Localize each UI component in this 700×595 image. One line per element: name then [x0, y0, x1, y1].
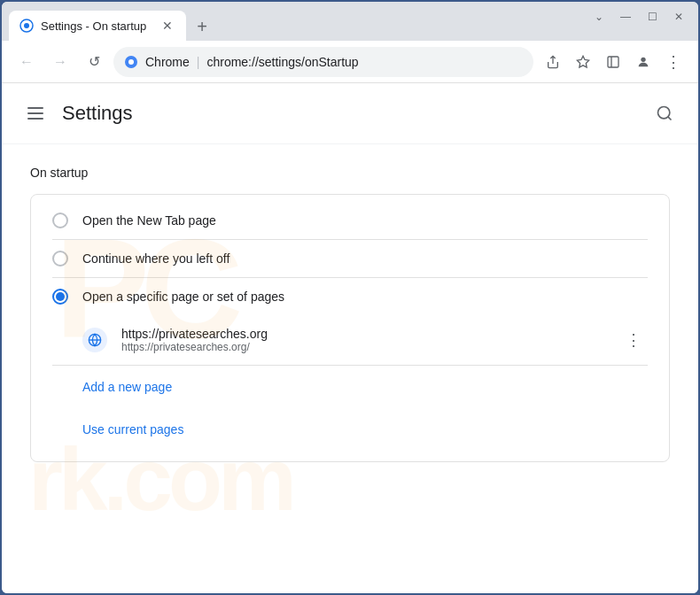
option-specific[interactable]: Open a specific page or set of pages — [31, 278, 669, 315]
toolbar-actions: ⋮ — [539, 48, 688, 76]
dropdown-control[interactable]: ⌄ — [587, 7, 611, 27]
maximize-button[interactable]: ☐ — [640, 7, 665, 27]
option-continue[interactable]: Continue where you left off — [31, 240, 669, 277]
reload-button[interactable]: ↺ — [80, 48, 108, 76]
svg-point-1 — [24, 23, 29, 28]
settings-search-button[interactable] — [649, 97, 681, 129]
address-bar[interactable]: Chrome | chrome://settings/onStartup — [113, 47, 533, 77]
back-button[interactable]: ← — [12, 48, 41, 76]
radio-new-tab[interactable] — [52, 212, 68, 228]
svg-line-8 — [668, 117, 672, 120]
startup-page-info: https://privatesearches.org https://priv… — [121, 327, 605, 353]
address-separator: | — [197, 55, 200, 69]
svg-point-6 — [641, 57, 645, 61]
svg-point-7 — [658, 107, 670, 119]
share-button[interactable] — [539, 48, 567, 76]
settings-title: Settings — [62, 102, 638, 125]
add-new-page-link[interactable]: Add a new page — [31, 369, 193, 405]
sidebar-button[interactable] — [599, 48, 627, 76]
radio-specific[interactable] — [52, 289, 68, 305]
settings-content: On startup Open the New Tab page Continu… — [2, 144, 698, 483]
settings-header: Settings — [2, 83, 698, 144]
option-specific-label: Open a specific page or set of pages — [82, 290, 284, 304]
address-url: chrome://settings/onStartup — [206, 55, 358, 69]
tab-favicon — [19, 19, 34, 33]
startup-page-more-button[interactable]: ⋮ — [619, 326, 648, 354]
use-current-row: Use current pages — [31, 408, 669, 454]
profile-button[interactable] — [629, 48, 657, 76]
site-globe-icon — [82, 328, 107, 352]
bookmark-button[interactable] — [569, 48, 597, 76]
hamburger-menu-button[interactable] — [19, 97, 51, 129]
hamburger-line-2 — [27, 112, 43, 114]
settings-page: Settings On startup Open the New — [2, 83, 698, 483]
tab-close-button[interactable]: ✕ — [159, 18, 175, 34]
more-button[interactable]: ⋮ — [659, 48, 688, 76]
forward-button[interactable]: → — [46, 48, 74, 76]
browser-toolbar: ← → ↺ Chrome | chrome://settings/onStart… — [2, 41, 698, 83]
option-new-tab[interactable]: Open the New Tab page — [31, 202, 669, 239]
startup-page-url-sub: https://privatesearches.org/ — [121, 341, 605, 353]
radio-continue[interactable] — [52, 251, 68, 267]
new-tab-button[interactable]: + — [190, 14, 214, 39]
startup-page-entry: https://privatesearches.org https://priv… — [31, 315, 669, 365]
hamburger-line-1 — [27, 107, 43, 109]
active-tab[interactable]: Settings - On startup ✕ — [9, 11, 186, 41]
option-new-tab-label: Open the New Tab page — [82, 213, 216, 228]
hamburger-line-3 — [27, 118, 43, 120]
startup-options-card: Open the New Tab page Continue where you… — [30, 194, 670, 462]
window-controls: ⌄ — ☐ ✕ — [587, 7, 691, 35]
settings-page-container: Settings On startup Open the New — [2, 83, 698, 593]
radio-inner — [56, 292, 65, 301]
use-current-pages-link[interactable]: Use current pages — [31, 412, 205, 447]
address-domain: Chrome — [145, 55, 190, 69]
svg-rect-4 — [608, 57, 618, 67]
startup-page-url-main: https://privatesearches.org — [121, 327, 605, 341]
tab-area: Settings - On startup ✕ + — [9, 2, 579, 41]
option-continue-label: Continue where you left off — [82, 251, 229, 266]
tab-title: Settings - On startup — [41, 19, 152, 33]
svg-point-3 — [128, 59, 134, 65]
browser-window: Settings - On startup ✕ + ⌄ — ☐ ✕ ← → ↺ … — [0, 0, 700, 595]
section-title: On startup — [30, 166, 670, 180]
add-page-row: Add a new page — [31, 366, 669, 408]
minimize-button[interactable]: — — [613, 7, 638, 27]
chrome-icon — [124, 55, 138, 69]
title-bar: Settings - On startup ✕ + ⌄ — ☐ ✕ — [2, 2, 698, 41]
close-button[interactable]: ✕ — [666, 7, 691, 27]
